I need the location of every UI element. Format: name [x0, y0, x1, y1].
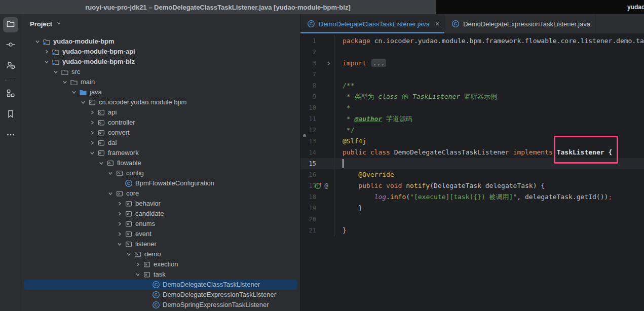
chevron-right-icon[interactable]	[88, 108, 96, 116]
code-line-3[interactable]: 3import ...	[300, 58, 644, 69]
code-line-10[interactable]: 10 *	[300, 102, 644, 113]
tree-item-cn.iocoder.yudao.module.bpm[interactable]: cn.iocoder.yudao.module.bpm	[24, 97, 297, 107]
gutter[interactable]: 13	[300, 136, 334, 147]
tree-item-enums[interactable]: enums	[24, 219, 297, 229]
chevron-down-icon[interactable]	[125, 250, 133, 258]
tree-item-yudao-module-bpm-api[interactable]: yudao-module-bpm-api	[24, 47, 297, 57]
editor-tab-DemoDelegateClassTaskListener.java[interactable]: CDemoDelegateClassTaskListener.java×	[300, 14, 445, 33]
tree-item-yudao-module-bpm-biz[interactable]: yudao-module-bpm-biz	[24, 57, 297, 67]
gutter[interactable]: 1	[300, 35, 334, 47]
code-line-21[interactable]: 21}	[300, 225, 644, 236]
code-editor[interactable]: 1package cn.iocoder.yudao.module.bpm.fra…	[300, 33, 644, 311]
tree-item-controller[interactable]: controller	[24, 118, 297, 128]
tree-item-candidate[interactable]: candidate	[24, 209, 297, 219]
gutter[interactable]: 16	[300, 169, 334, 180]
chevron-right-icon[interactable]	[116, 230, 124, 238]
chevron-down-icon[interactable]	[79, 98, 87, 106]
code-line-13[interactable]: 13@Slf4j	[300, 136, 644, 147]
chevron-right-icon[interactable]	[88, 119, 96, 127]
gutter[interactable]: 8	[300, 80, 334, 91]
chevron-down-icon[interactable]	[106, 169, 115, 177]
code-line-9[interactable]: 9 * 类型为 class 的 TaskListener 监听器示例	[300, 91, 644, 102]
gutter[interactable]: 11	[300, 113, 334, 125]
tree-item-listener[interactable]: listener	[24, 239, 297, 249]
code-line-2[interactable]: 2	[300, 47, 644, 58]
tree-item-bpmflowableconfiguration[interactable]: CBpmFlowableConfiguration	[24, 178, 297, 188]
chevron-right-icon[interactable]	[134, 260, 142, 268]
tree-item-main[interactable]: main	[24, 77, 297, 87]
chevron-down-icon[interactable]	[52, 68, 60, 76]
tree-item-demospringexpressiontasklistener[interactable]: CDemoSpringExpressionTaskListener	[24, 300, 297, 310]
code-line-18[interactable]: 18 log.info("[execute][task({}) 被调用]", d…	[300, 191, 644, 203]
gutter[interactable]: 20	[300, 214, 334, 225]
tree-item-event[interactable]: event	[24, 229, 297, 239]
tree-item-config[interactable]: config	[24, 168, 297, 178]
tree-item-dal[interactable]: dal	[24, 138, 297, 148]
chevron-down-icon[interactable]	[33, 37, 42, 46]
chevron-right-icon[interactable]	[116, 200, 124, 208]
editor-tab-DemoDelegateExpressionTaskListener.java[interactable]: CDemoDelegateExpressionTaskListener.java	[445, 14, 596, 33]
tree-item-yudao-module-bpm[interactable]: yudao-module-bpm	[24, 36, 297, 47]
code-line-11[interactable]: 11 * @author 芋道源码	[300, 113, 644, 125]
tree-item-demo[interactable]: demo	[24, 249, 297, 259]
gutter[interactable]: 12	[300, 125, 334, 136]
chevron-right-icon[interactable]	[88, 129, 96, 137]
annotation-icon[interactable]: @	[323, 182, 330, 189]
gutter[interactable]: 7	[300, 69, 334, 80]
activity-structure-button[interactable]	[3, 87, 18, 102]
code-line-14[interactable]: 14public class DemoDelegateClassTaskList…	[300, 147, 644, 158]
tree-item-demodelegateexpressiontasklistener[interactable]: CDemoDelegateExpressionTaskListener	[24, 290, 297, 300]
gutter[interactable]: 2	[300, 47, 334, 58]
tree-item-demodelegateclasstasklistener[interactable]: CDemoDelegateClassTaskListener	[24, 280, 297, 290]
tree-item-framework[interactable]: framework	[24, 148, 297, 158]
chevron-right-icon[interactable]	[116, 220, 124, 228]
code-line-20[interactable]: 20	[300, 214, 644, 225]
chevron-down-icon[interactable]	[106, 189, 115, 198]
chevron-down-icon[interactable]	[134, 270, 142, 279]
gutter[interactable]: 19	[300, 203, 334, 214]
chevron-right-icon[interactable]	[116, 210, 124, 218]
gutter[interactable]: 21	[300, 225, 334, 236]
chevron-right-icon[interactable]	[88, 139, 96, 147]
tree-item-core[interactable]: core	[24, 188, 297, 199]
code-line-12[interactable]: 12 */	[300, 125, 644, 136]
tree-item-convert[interactable]: convert	[24, 128, 297, 138]
code-line-1[interactable]: 1package cn.iocoder.yudao.module.bpm.fra…	[300, 35, 644, 47]
tree-item-task[interactable]: task	[24, 269, 297, 280]
tree-item-behavior[interactable]: behavior	[24, 199, 297, 209]
activity-more-button[interactable]	[3, 128, 18, 143]
gutter[interactable]: 17@	[300, 180, 334, 191]
gutter[interactable]: 9	[300, 91, 334, 102]
override-icon[interactable]	[315, 182, 322, 189]
tree-item-src[interactable]: src	[24, 67, 297, 77]
code-line-16[interactable]: 16 @Override	[300, 169, 644, 180]
gutter[interactable]: 3	[300, 58, 334, 69]
activity-commit-button[interactable]	[3, 38, 18, 53]
code-line-8[interactable]: 8/**	[300, 80, 644, 91]
activity-project-button[interactable]	[3, 17, 18, 32]
activity-pull-requests-button[interactable]: ?	[3, 59, 18, 74]
chevron-down-icon[interactable]	[70, 88, 78, 96]
activity-bookmarks-button[interactable]	[3, 107, 18, 123]
chevron-down-icon[interactable]	[88, 149, 96, 157]
chevron-right-icon[interactable]	[43, 48, 51, 56]
code-line-19[interactable]: 19 }	[300, 203, 644, 214]
tree-item-exection[interactable]: exection	[24, 259, 297, 269]
code-line-15[interactable]: 15	[300, 158, 644, 169]
chevron-down-icon[interactable]	[97, 159, 105, 167]
gutter[interactable]: 10	[300, 102, 334, 113]
tree-item-flowable[interactable]: flowable	[24, 158, 297, 168]
gutter[interactable]: 18	[300, 191, 334, 203]
chevron-down-icon[interactable]	[56, 20, 62, 28]
code-token: , delegateTask.getId())	[517, 193, 608, 201]
chevron-down-icon[interactable]	[61, 78, 69, 86]
code-line-17[interactable]: 17@ public void notify(DelegateTask dele…	[300, 180, 644, 191]
gutter[interactable]: 15	[300, 158, 334, 169]
tree-item-api[interactable]: api	[24, 107, 297, 118]
gutter[interactable]: 14	[300, 147, 334, 158]
chevron-down-icon[interactable]	[43, 58, 51, 66]
chevron-down-icon[interactable]	[116, 240, 124, 248]
close-icon[interactable]: ×	[435, 20, 439, 27]
tree-item-java[interactable]: java	[24, 87, 297, 97]
code-line-7[interactable]: 7	[300, 69, 644, 80]
